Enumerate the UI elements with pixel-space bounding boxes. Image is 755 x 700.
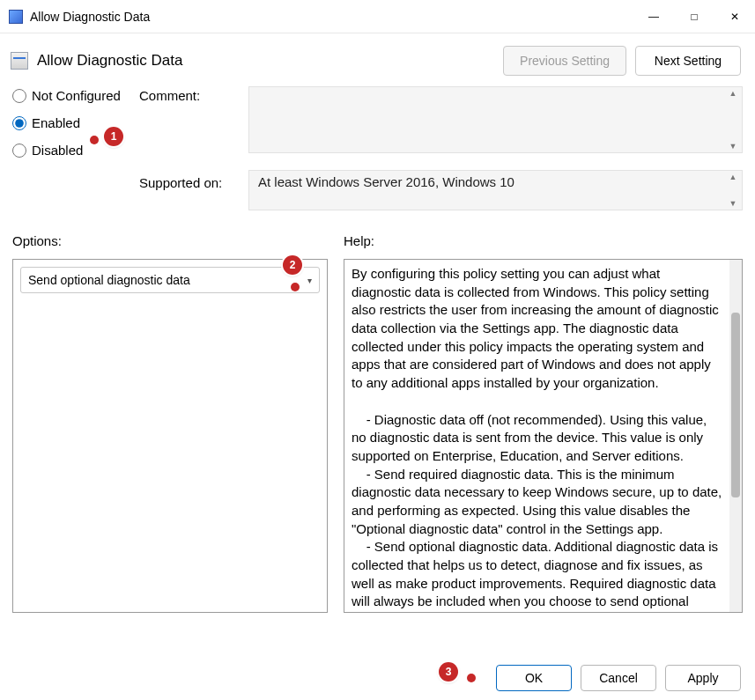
radio-disabled-label: Disabled [32,143,83,158]
scroll-up-icon[interactable]: ▲ [728,89,738,98]
scroll-down-icon[interactable]: ▼ [728,199,738,208]
policy-icon [11,52,28,70]
comment-label: Comment: [139,86,245,158]
annotation-badge-3: 3 [439,662,458,682]
options-panel: Send optional diagnostic data ▾ [12,259,328,613]
close-button[interactable]: ✕ [714,0,755,33]
radio-enabled-label: Enabled [32,115,80,130]
chevron-down-icon: ▾ [307,276,312,285]
annotation-dot-3 [467,674,476,682]
help-panel: By configuring this policy setting you c… [344,259,743,613]
scroll-down-icon[interactable]: ▼ [728,142,738,151]
annotation-badge-2: 2 [283,255,302,275]
options-label: Options: [12,233,344,248]
policy-header: Allow Diagnostic Data Previous Setting N… [0,33,755,86]
help-text: By configuring this policy setting you c… [344,260,729,612]
maximize-button[interactable]: □ [674,0,714,33]
help-label: Help: [344,233,743,248]
policy-title: Allow Diagnostic Data [37,52,494,70]
ok-button[interactable]: OK [496,665,572,691]
previous-setting-button[interactable]: Previous Setting [503,46,626,76]
window-title: Allow Diagnostic Data [30,10,633,24]
scrollbar-thumb[interactable] [731,313,740,497]
radio-disabled-input[interactable] [12,144,26,158]
annotation-badge-1: 1 [104,127,123,146]
cancel-button[interactable]: Cancel [581,665,656,691]
radio-not-configured-label: Not Configured [32,88,121,103]
dialog-footer: OK Cancel Apply [496,665,741,691]
next-setting-button[interactable]: Next Setting [635,46,741,76]
radio-not-configured[interactable]: Not Configured [12,88,136,103]
app-icon [9,10,23,24]
apply-button[interactable]: Apply [665,665,741,691]
radio-not-configured-input[interactable] [12,89,26,103]
scroll-up-icon[interactable]: ▲ [728,173,738,181]
titlebar: Allow Diagnostic Data — □ ✕ [0,0,755,33]
comment-field[interactable]: ▲ ▼ [248,86,743,153]
minimize-button[interactable]: — [633,0,674,33]
supported-on-field: At least Windows Server 2016, Windows 10… [248,170,743,210]
annotation-dot-1 [90,136,99,144]
supported-on-label: Supported on: [139,158,245,210]
radio-enabled-input[interactable] [12,116,26,130]
annotation-dot-2 [291,283,300,291]
supported-on-text: At least Windows Server 2016, Windows 10 [258,174,514,189]
help-scrollbar[interactable] [729,260,742,612]
options-dropdown-value: Send optional diagnostic data [28,273,190,287]
options-dropdown[interactable]: Send optional diagnostic data ▾ [20,267,320,293]
